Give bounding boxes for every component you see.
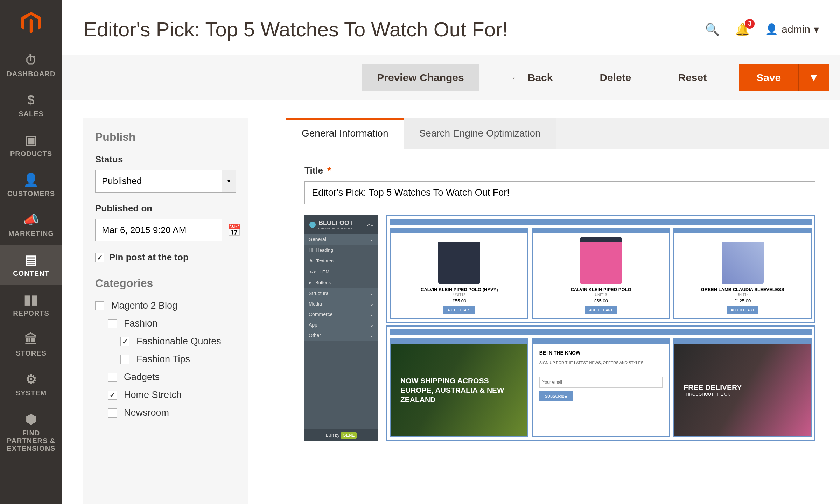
search-icon: 🔍 <box>705 22 720 36</box>
title-input[interactable] <box>304 181 816 204</box>
layout-icon: ▤ <box>25 253 37 267</box>
chevron-down-icon: ▼ <box>808 72 819 83</box>
editor-area: General Information Search Engine Optimi… <box>286 118 829 504</box>
nav-system[interactable]: ⚙SYSTEM <box>0 365 62 405</box>
search-button[interactable]: 🔍 <box>705 22 720 36</box>
newsletter-column[interactable]: BE IN THE KNOW SIGN UP FOR THE LATEST NE… <box>532 338 670 438</box>
person-icon: 👤 <box>23 173 39 187</box>
categories-heading: Categories <box>95 277 236 290</box>
product-column[interactable]: GREEN LAMB CLAUDIA SLEEVELESSUNIT14£125.… <box>673 227 812 319</box>
published-on-label: Published on <box>95 203 236 214</box>
save-button[interactable]: Save <box>739 64 798 91</box>
save-dropdown-button[interactable]: ▼ <box>798 64 829 91</box>
tab-general[interactable]: General Information <box>286 118 404 149</box>
add-to-cart-button[interactable]: ADD TO CART <box>585 306 617 314</box>
required-icon: * <box>327 164 331 176</box>
add-to-cart-button[interactable]: ADD TO CART <box>443 306 475 314</box>
delivery-promo: FREE DELIVERYTHROUGHOUT THE UK <box>674 344 811 436</box>
nav-dashboard[interactable]: ⏱DASHBOARD <box>0 46 62 85</box>
bluefoot-sidebar: BLUEFOOTCMS AND PAGE BUILDER ⤢ ≡ General… <box>304 215 378 441</box>
bluefoot-logo-icon <box>309 222 316 228</box>
status-select[interactable] <box>95 170 222 192</box>
checkbox-icon <box>95 301 104 310</box>
arrow-left-icon: ← <box>511 72 522 84</box>
user-menu[interactable]: 👤 admin ▾ <box>765 23 819 35</box>
category-item[interactable]: Fashion Tips <box>95 354 236 365</box>
magento-logo[interactable] <box>0 0 62 46</box>
category-item[interactable]: ✓Fashionable Quotes <box>95 336 236 347</box>
delete-button[interactable]: Delete <box>585 64 646 91</box>
published-on-input[interactable] <box>95 219 222 241</box>
category-item[interactable]: Newsroom <box>95 407 236 418</box>
gene-logo-icon: GENE <box>341 432 357 439</box>
promo-column[interactable]: FREE DELIVERYTHROUGHOUT THE UK <box>673 338 812 438</box>
tab-seo[interactable]: Search Engine Optimization <box>404 118 556 149</box>
bluefoot-header: BLUEFOOTCMS AND PAGE BUILDER ⤢ ≡ <box>304 215 378 234</box>
category-item[interactable]: Magento 2 Blog <box>95 300 236 311</box>
bluefoot-group-other[interactable]: Other⌄ <box>304 330 378 341</box>
nav-marketing[interactable]: 📣MARKETING <box>0 205 62 245</box>
column-handle[interactable] <box>533 229 669 233</box>
bluefoot-group-commerce[interactable]: Commerce⌄ <box>304 309 378 320</box>
shipping-promo: NOW SHIPPING ACROSS EUROPE, AUSTRALIA & … <box>391 344 527 436</box>
bluefoot-group-app[interactable]: App⌄ <box>304 320 378 330</box>
builder-row[interactable]: CALVIN KLEIN PIPED POLO (NAVY)UNIT12£55.… <box>386 215 816 323</box>
product-image <box>580 237 622 284</box>
category-item[interactable]: ✓Home Stretch <box>95 390 236 400</box>
chevron-down-icon: ⌄ <box>370 237 374 242</box>
calendar-icon[interactable]: 📅 <box>227 224 241 237</box>
column-handle[interactable] <box>391 339 527 344</box>
newsletter-block: BE IN THE KNOW SIGN UP FOR THE LATEST NE… <box>533 344 669 436</box>
checkbox-checked-icon: ✓ <box>120 337 130 346</box>
builder-row[interactable]: NOW SHIPPING ACROSS EUROPE, AUSTRALIA & … <box>386 326 816 441</box>
expand-icon[interactable]: ⤢ ≡ <box>367 223 373 227</box>
nav-partners[interactable]: ⬢FIND PARTNERS & EXTENSIONS <box>0 405 62 460</box>
nav-reports[interactable]: ▮▮REPORTS <box>0 285 62 325</box>
cube-icon: ▣ <box>25 133 37 147</box>
status-label: Status <box>95 154 236 165</box>
bluefoot-group-media[interactable]: Media⌄ <box>304 299 378 309</box>
product-column[interactable]: CALVIN KLEIN PIPED POLO (NAVY)UNIT12£55.… <box>390 227 528 319</box>
nav-customers[interactable]: 👤CUSTOMERS <box>0 165 62 205</box>
title-field-label: Title* <box>304 164 829 176</box>
newsletter-email-input[interactable] <box>539 377 663 388</box>
nav-sales[interactable]: $SALES <box>0 85 62 125</box>
reset-button[interactable]: Reset <box>664 64 722 91</box>
chevron-down-icon: ⌄ <box>370 312 374 317</box>
add-to-cart-button[interactable]: ADD TO CART <box>727 306 758 314</box>
admin-sidebar: ⏱DASHBOARD $SALES ▣PRODUCTS 👤CUSTOMERS 📣… <box>0 0 62 504</box>
row-handle[interactable] <box>390 219 812 225</box>
puzzle-icon: ⬢ <box>26 412 37 426</box>
subscribe-button[interactable]: SUBSCRIBE <box>539 391 573 401</box>
row-handle[interactable] <box>390 329 812 335</box>
bluefoot-item-buttons[interactable]: ▸Buttons <box>304 277 378 288</box>
promo-column[interactable]: NOW SHIPPING ACROSS EUROPE, AUSTRALIA & … <box>390 338 528 438</box>
column-handle[interactable] <box>533 339 669 344</box>
column-handle[interactable] <box>391 229 527 233</box>
notifications-button[interactable]: 🔔 3 <box>735 22 750 36</box>
category-item[interactable]: Fashion <box>95 318 236 329</box>
preview-changes-button[interactable]: Preview Changes <box>362 64 478 91</box>
builder-canvas: CALVIN KLEIN PIPED POLO (NAVY)UNIT12£55.… <box>386 215 816 441</box>
back-button[interactable]: ←Back <box>496 64 568 91</box>
bluefoot-item-heading[interactable]: HHeading <box>304 245 378 255</box>
gear-icon: ⚙ <box>26 372 37 386</box>
nav-products[interactable]: ▣PRODUCTS <box>0 125 62 165</box>
product-column[interactable]: CALVIN KLEIN PIPED POLOUNIT13£55.00ADD T… <box>532 227 670 319</box>
category-item[interactable]: Gadgets <box>95 372 236 383</box>
bluefoot-item-textarea[interactable]: ATextarea <box>304 255 378 266</box>
status-dropdown-toggle[interactable]: ▾ <box>222 170 236 192</box>
publish-panel: Publish Status ▾ Published on 📅 ✓ Pin po… <box>83 118 248 504</box>
nav-stores[interactable]: 🏛STORES <box>0 325 62 365</box>
bluefoot-group-structural[interactable]: Structural⌄ <box>304 288 378 299</box>
pin-post-checkbox[interactable]: ✓ Pin post at the top <box>95 252 236 263</box>
column-handle[interactable] <box>674 229 811 233</box>
bluefoot-item-html[interactable]: </>HTML <box>304 266 378 277</box>
chevron-down-icon: ⌄ <box>370 290 374 296</box>
nav-content[interactable]: ▤CONTENT <box>0 245 62 285</box>
bluefoot-group-general[interactable]: General⌄ <box>304 234 378 245</box>
column-handle[interactable] <box>674 339 811 344</box>
page-title: Editor's Pick: Top 5 Watches To Watch Ou… <box>83 18 705 41</box>
megaphone-icon: 📣 <box>23 213 39 227</box>
chevron-down-icon: ⌄ <box>370 332 374 338</box>
